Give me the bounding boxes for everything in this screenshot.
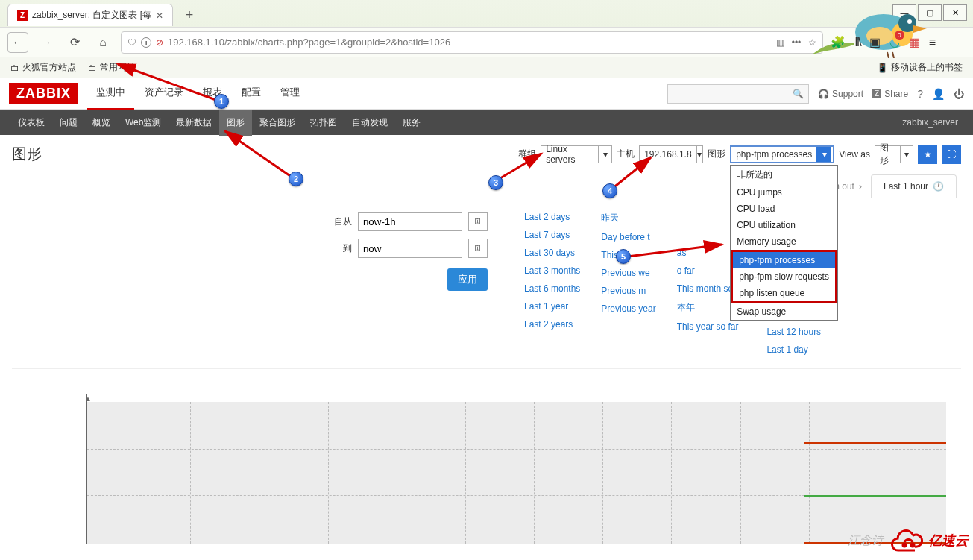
sub-menu: 仪表板 问题 概览 Web监测 最新数据 图形 聚合图形 拓扑图 自动发现 服务… <box>0 110 973 135</box>
badge-1: 1 <box>214 94 229 109</box>
sidebar-icon[interactable]: ▣ <box>869 35 881 49</box>
calendar-icon[interactable]: 🗓 <box>468 239 488 258</box>
home-button[interactable]: ⌂ <box>92 32 113 53</box>
more-icon[interactable]: ••• <box>792 37 802 48</box>
reader-icon[interactable]: ▥ <box>776 37 784 48</box>
sub-problems[interactable]: 问题 <box>52 110 85 136</box>
preset-last-2-days[interactable]: Last 2 days <box>524 212 580 222</box>
clock-icon: 🕐 <box>933 181 944 192</box>
dd-cpu-jumps[interactable]: CPU jumps <box>731 184 837 201</box>
menu-admin[interactable]: 管理 <box>271 77 309 110</box>
group-label: 群组 <box>518 148 536 160</box>
dd-php-listen[interactable]: php listen queue <box>733 285 835 301</box>
zoom-out-partial[interactable]: n out› <box>834 181 862 192</box>
badge-3: 3 <box>488 175 503 190</box>
chevron-down-icon: ▾ <box>598 146 611 163</box>
search-input[interactable]: 🔍 <box>667 84 809 104</box>
fullscreen-button[interactable]: ⛶ <box>942 145 961 164</box>
preset-last-7-days[interactable]: Last 7 days <box>524 230 580 240</box>
sub-overview[interactable]: 概览 <box>85 110 118 136</box>
dd-php-fpm-processes[interactable]: php-fpm processes <box>733 252 835 268</box>
preset-last-6-months[interactable]: Last 6 months <box>524 283 580 294</box>
chart-area: ▲ <box>12 380 961 544</box>
zabbix-logo[interactable]: ZABBIX <box>9 83 78 104</box>
apply-button[interactable]: 应用 <box>447 268 488 291</box>
reload-button[interactable]: ⟳ <box>64 32 85 53</box>
tab-close-icon[interactable]: ✕ <box>156 10 163 21</box>
tab-favicon: Z <box>17 10 28 21</box>
puzzle-icon[interactable]: 🧩 <box>831 35 846 49</box>
time-selector-tab[interactable]: Last 1 hour 🕐 <box>871 174 957 198</box>
from-input[interactable] <box>358 212 462 231</box>
dd-swap[interactable]: Swap usage <box>731 303 837 320</box>
preset-prev-year[interactable]: Previous year <box>601 303 655 314</box>
bookmark-mobile[interactable]: 📱移动设备上的书签 <box>877 61 963 74</box>
preset-prev-month[interactable]: Previous m <box>601 286 655 296</box>
back-button[interactable]: ← <box>7 32 28 53</box>
preset-yesterday[interactable]: 昨天 <box>601 212 655 224</box>
sub-graphs[interactable]: 图形 <box>219 110 252 136</box>
preset-prev-week[interactable]: Previous we <box>601 268 655 278</box>
help-button[interactable]: ? <box>917 88 923 100</box>
info-icon[interactable]: i <box>141 37 151 48</box>
browser-tab[interactable]: Z zabbix_server: 自定义图表 [每 ✕ <box>7 4 173 26</box>
sub-maps[interactable]: 拓扑图 <box>303 110 344 136</box>
preset-day-before[interactable]: Day before t <box>601 232 655 242</box>
logout-button[interactable]: ⏻ <box>954 88 964 100</box>
new-tab-button[interactable]: + <box>179 7 200 23</box>
sub-screens[interactable]: 聚合图形 <box>252 110 303 136</box>
bookmark-folder-firefox[interactable]: 🗀火狐官方站点 <box>10 61 76 74</box>
preset-last-12-hours[interactable]: Last 12 hours <box>766 327 830 337</box>
shield-icon[interactable]: 🛡 <box>127 37 136 48</box>
sub-latest[interactable]: 最新数据 <box>169 110 219 136</box>
container-icon[interactable]: ▦ <box>909 35 920 49</box>
pocket-icon[interactable]: ◡0 <box>889 35 900 49</box>
viewas-label: View as <box>839 149 870 160</box>
menu-icon[interactable]: ≡ <box>929 36 936 49</box>
to-input[interactable] <box>358 239 462 258</box>
address-bar[interactable]: 🛡 i ⊘ 192.168.1.10/zabbix/charts.php?pag… <box>121 31 823 54</box>
z-icon: Z <box>872 89 881 98</box>
svg-point-11 <box>910 543 916 548</box>
preset-last-3-months[interactable]: Last 3 months <box>524 265 580 276</box>
sub-services[interactable]: 服务 <box>395 110 428 136</box>
menu-monitoring[interactable]: 监测中 <box>87 77 134 110</box>
host-select[interactable]: 192.168.1.8 ▾ <box>639 145 703 163</box>
close-window-button[interactable]: ✕ <box>943 4 967 21</box>
bookmark-folder-common[interactable]: 🗀常用网址 <box>88 61 136 74</box>
viewas-select[interactable]: 图形 ▾ <box>875 145 913 163</box>
dd-cpu-load[interactable]: CPU load <box>731 201 837 217</box>
dd-memory[interactable]: Memory usage <box>731 233 837 250</box>
sub-dashboard[interactable]: 仪表板 <box>10 110 52 136</box>
support-link[interactable]: 🎧Support <box>818 89 863 99</box>
preset-this-year-so-far[interactable]: This year so far <box>677 321 746 332</box>
preset-last-1-day[interactable]: Last 1 day <box>766 345 830 355</box>
menu-config[interactable]: 配置 <box>233 77 270 110</box>
to-label: 到 <box>322 242 352 255</box>
dd-php-fpm-slow[interactable]: php-fpm slow requests <box>733 268 835 285</box>
preset-last-1-year[interactable]: Last 1 year <box>524 301 580 312</box>
window-controls: — ▢ ✕ <box>892 4 967 21</box>
group-select[interactable]: Linux servers ▾ <box>541 145 612 163</box>
bookmark-star-icon[interactable]: ☆ <box>808 37 816 48</box>
user-button[interactable]: 👤 <box>932 88 945 100</box>
preset-last-30-days[interactable]: Last 30 days <box>524 248 580 258</box>
share-link[interactable]: ZShare <box>872 89 908 99</box>
minimize-button[interactable]: — <box>892 4 916 21</box>
sub-discovery[interactable]: 自动发现 <box>344 110 395 136</box>
sub-web[interactable]: Web监测 <box>118 110 169 136</box>
browser-chrome: — ▢ ✕ Z zabbix_server: 自定义图表 [每 ✕ + ← → … <box>0 0 973 78</box>
graph-select[interactable]: php-fpm processes ▾ 非所选的 CPU jumps CPU l… <box>730 145 834 163</box>
calendar-icon[interactable]: 🗓 <box>468 212 488 231</box>
maximize-button[interactable]: ▢ <box>918 4 942 21</box>
dd-unselected[interactable]: 非所选的 <box>731 166 837 184</box>
preset-last-2-years[interactable]: Last 2 years <box>524 319 580 330</box>
folder-icon: 🗀 <box>88 63 97 73</box>
menu-inventory[interactable]: 资产记录 <box>136 77 192 110</box>
forward-button[interactable]: → <box>36 32 57 53</box>
library-icon[interactable]: II\ <box>854 36 860 49</box>
favorite-button[interactable]: ★ <box>918 145 937 164</box>
dd-cpu-util[interactable]: CPU utilization <box>731 217 837 233</box>
url-text: 192.168.1.10/zabbix/charts.php?page=1&gr… <box>168 37 772 48</box>
content-area: 图形 群组 Linux servers ▾ 主机 192.168.1.8 ▾ 图… <box>0 135 973 553</box>
